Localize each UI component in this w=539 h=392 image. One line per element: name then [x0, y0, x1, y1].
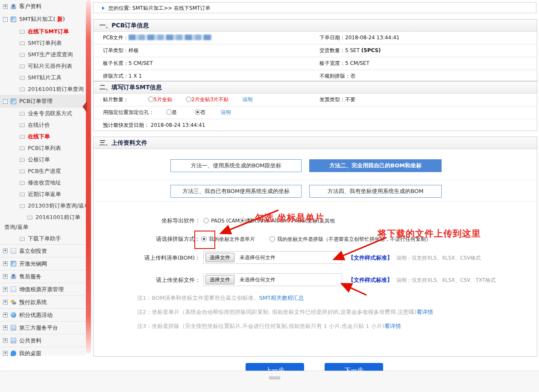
coord-choose-file-button[interactable]: 选择文件: [205, 275, 234, 284]
expand-plus-icon[interactable]: [3, 338, 8, 343]
window-icon: [11, 338, 16, 343]
radio-2pcs-partial[interactable]: [186, 97, 191, 102]
sidebar-group-pcb-orders[interactable]: PCB订单管理: [0, 95, 85, 108]
sidebar-group-vat-invoice[interactable]: 增值税票开票管理: [0, 283, 85, 295]
locating-hole-help-link[interactable]: 说明: [220, 109, 231, 115]
sidebar-item-pre-201303-orders[interactable]: 201303前订单查询/返单: [0, 200, 85, 211]
sidebar-item-pre-20161001-orders-reorder[interactable]: 20161001前订单查询/返单: [0, 211, 85, 233]
user-icon: [11, 4, 16, 9]
resize-handle[interactable]: [269, 377, 280, 377]
method1-button[interactable]: 方法一、使用系统生成的BOM跟坐标: [170, 159, 302, 172]
panel-mode-value: 1 X 1: [129, 73, 142, 79]
expand-plus-icon[interactable]: [3, 4, 8, 9]
expand-plus-icon[interactable]: [3, 287, 8, 292]
sidebar-item-online-quote[interactable]: 在线计价: [0, 119, 85, 131]
sidebar-item-online-smt-order[interactable]: 在线下SMT订单: [0, 26, 85, 37]
expand-plus-icon[interactable]: [3, 274, 8, 279]
sidebar-group-smt-processing[interactable]: SMT贴片加工( 新): [0, 13, 85, 26]
sidebar-item-public-board-order[interactable]: 公板订单: [0, 154, 85, 165]
coord-file-status: 未选择任何文件: [240, 274, 275, 286]
expand-minus-icon[interactable]: [3, 99, 8, 104]
note1: 注1：BOM清单和坐标文件需要符合嘉立创标准。SMT相关教程汇总: [137, 294, 534, 302]
expand-plus-icon[interactable]: [3, 325, 8, 330]
note3: 注3：坐标是拼版（完全按照坐标位置贴片,不会进行任何复制,假如坐标只有 1 小片…: [137, 322, 534, 330]
sidebar-item-pre-20161001-orders[interactable]: 20161001前订单查询: [0, 83, 85, 95]
bom-file-input[interactable]: 选择文件 未选择任何文件: [203, 251, 342, 264]
table-row: 订单类型：样板 交货数量：5 SET (5PCS): [94, 44, 537, 57]
sphere-icon: [11, 312, 16, 318]
table-row: 拼版方式：1 X 1 不规则拼版：否: [94, 70, 537, 82]
option-coord-single: 我的坐标文件是单片: [209, 236, 255, 242]
board-width-value: 5 CM/SET: [345, 60, 369, 66]
bom-upload-label: 请上传料清单(BOM)：: [94, 253, 200, 263]
coins-icon: [11, 299, 16, 305]
sidebar-item-download-helper[interactable]: 下载下单助手: [0, 233, 85, 244]
sidebar-item-smt-order-list[interactable]: SMT订单列表: [0, 37, 85, 49]
list-icon: [20, 237, 25, 241]
sidebar-group-laser-stencil[interactable]: 开激光钢网: [0, 257, 85, 270]
method4-button[interactable]: 方法四、我有坐标使用系统生成的BOM: [309, 185, 442, 198]
radio-pads-cam[interactable]: [203, 218, 209, 223]
sidebar-group-prepay[interactable]: 预付款系统: [0, 295, 85, 308]
sidebar-group-label: SMT贴片加工( 新): [19, 15, 65, 23]
ship-date-label: 预计最快发货日期：: [103, 122, 149, 128]
radio-coord-panelized[interactable]: [270, 236, 275, 242]
locating-hole-label: 用指定位置加定位孔：: [103, 109, 154, 115]
sidebar-item-change-address[interactable]: 修改收货地址: [0, 177, 85, 188]
list-icon: [20, 181, 25, 185]
sidebar-item-pcb-order-list[interactable]: PCB订单列表: [0, 142, 85, 154]
smt-tutorials-link[interactable]: SMT相关教程汇总: [259, 295, 304, 301]
sidebar-group-third-party[interactable]: 第三方服务平台: [0, 321, 85, 334]
sidebar-group-after-sales[interactable]: 售后服务: [0, 270, 85, 283]
radio-5pcs-all[interactable]: [148, 97, 154, 102]
list-icon: [20, 76, 25, 80]
bom-style-standard-link[interactable]: 【文件样式标准】: [348, 253, 393, 263]
table-row: 预计最快发货日期： 2018-08-24 13:44:41: [94, 119, 537, 132]
board-length-value: 5 CM/SET: [129, 60, 153, 66]
breadcrumb-text: 您的位置: SMT贴片加工>> 在线下SMT订单: [108, 5, 210, 11]
order-type-label: 订单类型：: [103, 47, 129, 53]
sidebar-item-component-list[interactable]: 可贴片元器件列表: [0, 60, 85, 72]
expand-plus-icon[interactable]: [3, 351, 8, 356]
footer-bar: [0, 371, 539, 392]
list-icon: [20, 146, 25, 150]
method2-button[interactable]: 方法二、完全用我自己的BOM和坐标: [309, 159, 442, 172]
sidebar-group-customer-info[interactable]: 客户资料: [0, 0, 85, 13]
sidebar-item-online-order[interactable]: 在线下单: [0, 131, 85, 142]
list-icon: [27, 216, 32, 219]
note3-details-link[interactable]: 看详情: [384, 323, 401, 329]
coord-file-input[interactable]: 选择文件 未选择任何文件: [203, 273, 342, 286]
sidebar-item-sales-contact[interactable]: 业务专员联系方式: [0, 108, 85, 119]
coord-style-standard-link[interactable]: 【文件样式标准】: [348, 275, 393, 285]
panel-mode-label: 拼版方式：: [103, 73, 129, 79]
radio-ad-altium[interactable]: [240, 218, 245, 223]
sidebar-group-public-resources[interactable]: 公共资料: [0, 334, 85, 347]
smt-qty-help-link[interactable]: 说明: [242, 97, 252, 102]
app-window-icon: [11, 261, 16, 266]
expand-plus-icon[interactable]: [3, 300, 8, 304]
expand-minus-icon[interactable]: [3, 17, 8, 22]
radio-hole-no[interactable]: [195, 109, 200, 115]
sidebar-group-label: 客户资料: [19, 3, 41, 10]
app-window-icon: [11, 99, 16, 104]
qty-pcs-value: (5PCS): [361, 47, 381, 53]
sidebar-item-pcb-progress[interactable]: PCB生产进度: [0, 165, 85, 177]
radio-hole-yes[interactable]: [166, 109, 172, 115]
sidebar-item-recent-reorder[interactable]: 近期订单返单: [0, 188, 85, 200]
section-pcb-order-info: 一、PCB订单信息 PCB文件： 下单日期：2018-08-24 13:44:4…: [93, 19, 537, 81]
expand-plus-icon[interactable]: [3, 313, 8, 317]
expand-plus-icon[interactable]: [3, 249, 8, 253]
sidebar-item-smt-tools[interactable]: SMT贴片工具: [0, 72, 85, 83]
expand-plus-icon[interactable]: [3, 261, 8, 266]
sidebar-group-jlc-invest[interactable]: 嘉立创投资: [0, 244, 85, 257]
sidebar-item-smt-progress[interactable]: SMT生产进度查询: [0, 49, 85, 60]
chat-bubble-icon: [11, 351, 16, 356]
window-icon: [11, 325, 16, 331]
bom-choose-file-button[interactable]: 选择文件: [205, 253, 234, 262]
note2-details-link[interactable]: 看详情: [416, 309, 433, 315]
pcb-file-label: PCB文件：: [103, 35, 129, 41]
sidebar-group-my-desktop[interactable]: 我的桌面: [0, 347, 85, 360]
sidebar-group-points[interactable]: 积分优惠活动: [0, 308, 85, 321]
method3-button[interactable]: 方法三、我自已有BOM使用系统生成的坐标: [170, 185, 302, 198]
invoice-value: 不要: [345, 97, 355, 102]
